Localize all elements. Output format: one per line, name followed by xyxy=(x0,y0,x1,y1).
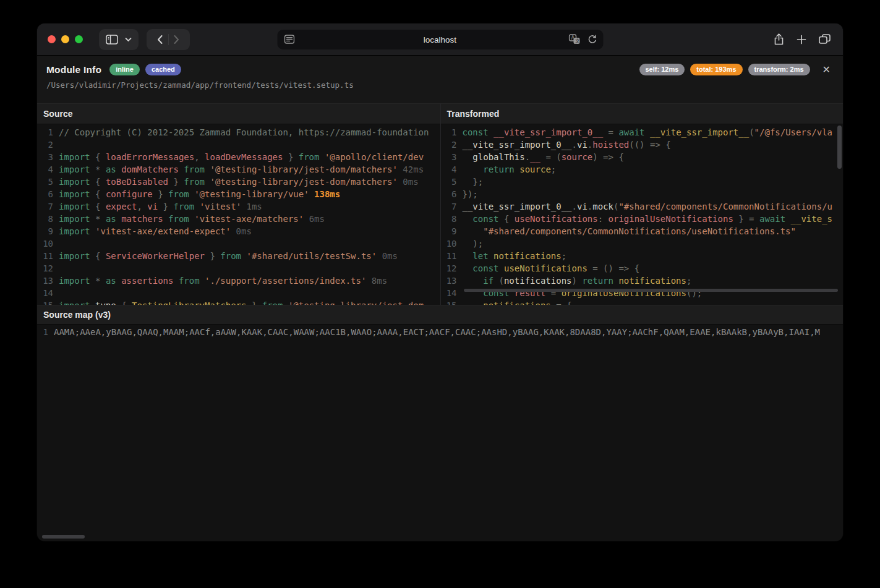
browser-toolbar: localhost A 文 xyxy=(37,23,843,56)
badge-self-12ms: self: 12ms xyxy=(639,64,685,75)
code-line: 13 if (notifications) return notificatio… xyxy=(441,275,844,287)
code-line: 5 }; xyxy=(441,176,844,188)
code-line: 15import type { TestingLibraryMatchers }… xyxy=(37,299,440,305)
sourcemap-code[interactable]: 1 AAMA;AAeA,yBAAG,QAAQ,MAAM;AACf,aAAW,KA… xyxy=(37,325,843,340)
badge-inline: inline xyxy=(109,64,140,75)
code-line: 3 globalThis.__ = (source) => { xyxy=(441,151,844,163)
new-tab-icon[interactable] xyxy=(797,35,806,45)
close-window-button[interactable] xyxy=(48,35,56,43)
tab-overview-icon[interactable] xyxy=(819,34,831,45)
code-line: 11import { ServiceWorkerHelper } from '#… xyxy=(37,250,440,262)
svg-text:文: 文 xyxy=(575,38,580,44)
code-line: 2__vite_ssr_import_0__.vi.hoisted(() => … xyxy=(441,138,844,151)
nav-button-group xyxy=(147,29,190,50)
code-line: 8 const { useNotifications: originalUseN… xyxy=(441,213,844,225)
code-line: 3import { loadErrorMessages, loadDevMess… xyxy=(37,151,440,163)
source-code[interactable]: 1// Copyright (C) 2012-2025 Zammad Found… xyxy=(37,124,440,305)
forward-button[interactable] xyxy=(174,35,179,44)
sourcemap-mappings: AAMA;AAeA,yBAAG,QAAQ,MAAM;AACf,aAAW,KAAK… xyxy=(54,327,820,340)
horizontal-scrollbar-thumb[interactable] xyxy=(464,289,839,292)
code-line: 12 xyxy=(37,262,440,275)
zoom-window-button[interactable] xyxy=(75,35,83,43)
code-line: 2 xyxy=(37,138,440,151)
browser-window: localhost A 文 xyxy=(37,23,843,541)
source-pane: Source 1// Copyright (C) 2012-2025 Zamma… xyxy=(37,103,440,305)
sidebar-button-group xyxy=(99,29,139,50)
code-line: 7import { expect, vi } from 'vitest' 1ms xyxy=(37,200,440,213)
back-button[interactable] xyxy=(157,35,163,44)
module-badges: inlinecached xyxy=(109,64,181,75)
code-line: 1const __vite_ssr_import_0__ = await __v… xyxy=(441,126,844,138)
code-line: 10 ); xyxy=(441,237,844,250)
code-line: 6}); xyxy=(441,188,844,200)
code-line: 4 return source; xyxy=(441,163,844,176)
toolbar-right-buttons xyxy=(774,33,831,45)
editor-split: Source 1// Copyright (C) 2012-2025 Zamma… xyxy=(37,103,843,305)
sourcemap-scroll-area xyxy=(37,340,843,542)
code-line: 13import * as assertions from './support… xyxy=(37,275,440,287)
code-line: 4import * as domMatchers from '@testing-… xyxy=(37,163,440,176)
timing-badges: self: 12mstotal: 193mstransform: 2ms xyxy=(639,64,810,75)
badge-cached: cached xyxy=(145,64,181,75)
close-icon[interactable]: ✕ xyxy=(822,65,831,75)
code-line: 12 const useNotifications = () => { xyxy=(441,262,844,275)
code-line: 11 let notifications; xyxy=(441,250,844,262)
minimize-window-button[interactable] xyxy=(61,35,69,43)
code-line: 9 "#shared/components/CommonNotification… xyxy=(441,225,844,237)
code-line: 6import { configure } from '@testing-lib… xyxy=(37,188,440,200)
nav-divider xyxy=(168,34,169,45)
badge-total-193ms: total: 193ms xyxy=(690,64,742,75)
module-info-header: Module Info inlinecached self: 12mstotal… xyxy=(37,56,843,103)
sourcemap-header: Source map (v3) xyxy=(37,305,843,325)
share-icon[interactable] xyxy=(774,33,784,45)
vertical-scrollbar-thumb[interactable] xyxy=(837,126,842,169)
code-line: 15 notifications = { xyxy=(441,299,844,305)
url-bar[interactable]: localhost A 文 xyxy=(277,30,603,49)
traffic-lights xyxy=(48,35,83,43)
code-line: 8import * as matchers from 'vitest-axe/m… xyxy=(37,213,440,225)
badge-transform-2ms: transform: 2ms xyxy=(748,64,810,75)
sourcemap-scrollbar-thumb[interactable] xyxy=(42,535,85,539)
transformed-pane: Transformed 1const __vite_ssr_import_0__… xyxy=(440,103,844,305)
code-line: 5import { toBeDisabled } from '@testing-… xyxy=(37,176,440,188)
source-pane-header: Source xyxy=(37,103,440,124)
url-text[interactable]: localhost xyxy=(277,35,603,45)
transformed-pane-header: Transformed xyxy=(441,103,844,124)
reload-icon[interactable] xyxy=(587,35,597,45)
code-line: 7__vite_ssr_import_0__.vi.mock("#shared/… xyxy=(441,200,844,213)
sidebar-icon[interactable] xyxy=(106,35,118,45)
transformed-code[interactable]: 1const __vite_ssr_import_0__ = await __v… xyxy=(441,124,844,305)
translate-icon[interactable]: A 文 xyxy=(568,34,580,45)
module-path: /Users/vladimir/Projects/zammad/app/fron… xyxy=(46,80,833,90)
page-title: Module Info xyxy=(46,64,101,75)
code-line: 10 xyxy=(37,237,440,250)
sourcemap-line-number: 1 xyxy=(37,327,48,340)
code-line: 14 xyxy=(37,287,440,299)
sidebar-chevron-down-icon[interactable] xyxy=(125,37,132,42)
code-line: 1// Copyright (C) 2012-2025 Zammad Found… xyxy=(37,126,440,138)
code-line: 9import 'vitest-axe/extend-expect' 0ms xyxy=(37,225,440,237)
